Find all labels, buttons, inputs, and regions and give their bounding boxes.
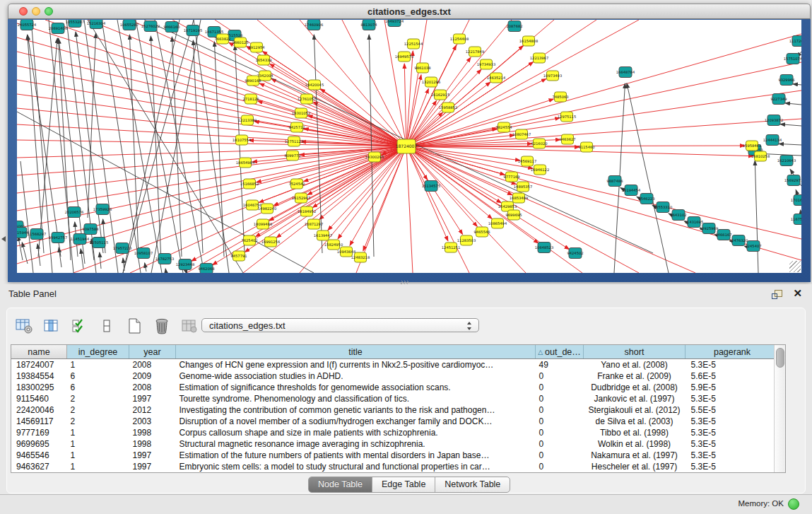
table-cell[interactable]: 5.6E-5 <box>686 370 779 382</box>
table-cell[interactable]: 1 <box>67 450 129 461</box>
table-cell[interactable]: Embryonic stem cells: a model to study s… <box>176 461 536 472</box>
table-cell[interactable]: Nakamura et al. (1997) <box>584 450 686 461</box>
graph-node[interactable]: 2087682 <box>506 21 522 32</box>
graph-node[interactable]: 10655287 <box>120 20 139 30</box>
tab-network-table[interactable]: Network Table <box>435 477 510 492</box>
graph-node[interactable]: 15166852 <box>240 179 259 189</box>
window-titlebar[interactable]: citations_edges.txt <box>8 4 811 19</box>
table-cell[interactable]: 1997 <box>129 461 176 472</box>
graph-node[interactable]: 1654339 <box>255 55 271 65</box>
graph-node[interactable]: 9457791 <box>230 251 247 261</box>
graph-node[interactable]: 17460906 <box>305 20 323 30</box>
table-cell[interactable]: 1998 <box>129 438 176 450</box>
table-cell[interactable]: Wolkin et al. (1998) <box>584 438 686 450</box>
table-cell[interactable]: 0 <box>536 427 584 438</box>
graph-node[interactable]: 16949570 <box>395 52 413 62</box>
graph-node[interactable]: 14895357 <box>514 182 532 192</box>
graph-node[interactable]: 14569117 <box>518 156 536 166</box>
table-cell[interactable]: Structural magnetic resonance image aver… <box>176 438 536 450</box>
graph-node[interactable]: 7663822 <box>214 34 230 44</box>
table-cell[interactable]: 5.3E-5 <box>686 438 779 450</box>
table-cell[interactable]: 2 <box>67 416 129 427</box>
table-row[interactable]: 2242004622012Investigating the contribut… <box>11 404 779 416</box>
graph-node[interactable]: 12251544 <box>404 39 423 49</box>
table-row[interactable]: 1938455462009Genome-wide association stu… <box>11 370 779 382</box>
graph-node[interactable]: 15751074 <box>784 54 801 64</box>
graph-node[interactable]: 9424502 <box>567 248 583 259</box>
table-row[interactable]: 1456911722003Disruption of a novel membe… <box>11 416 779 427</box>
table-options-icon[interactable] <box>14 317 34 335</box>
graph-node[interactable]: 3824554 <box>495 122 512 132</box>
graph-node[interactable]: 2718126 <box>242 94 259 104</box>
table-cell[interactable]: Franke et al. (2009) <box>584 370 686 382</box>
table-cell[interactable]: 0 <box>536 404 584 416</box>
scrollbar-thumb[interactable] <box>776 348 784 368</box>
tab-node-table[interactable]: Node Table <box>309 477 372 492</box>
table-cell[interactable]: 49 <box>536 359 584 371</box>
graph-node[interactable]: 18184952 <box>298 206 316 216</box>
graph-node[interactable]: 20206576 <box>65 207 83 218</box>
graph-node[interactable]: 10553310 <box>654 202 672 213</box>
graph-node[interactable]: 15276022 <box>141 21 160 32</box>
graph-node[interactable]: 6216020 <box>531 139 547 148</box>
graph-node[interactable]: 15134575 <box>422 181 440 192</box>
table-cell[interactable]: 5.3E-5 <box>686 416 779 427</box>
table-cell[interactable]: 6 <box>67 370 129 382</box>
graph-node[interactable]: 8099771 <box>284 151 300 160</box>
memory-status-indicator[interactable] <box>788 498 799 510</box>
table-cell[interactable]: 19384554 <box>11 370 67 382</box>
graph-node[interactable]: 16154808 <box>519 36 538 46</box>
table-cell[interactable]: 9699695 <box>11 438 67 450</box>
graph-node[interactable]: 9861038 <box>414 63 430 73</box>
graph-node[interactable]: 16946122 <box>531 165 549 175</box>
graph-node[interactable]: 19734933 <box>477 59 495 69</box>
select-rows-icon[interactable] <box>69 317 89 335</box>
graph-node[interactable]: 9887486 <box>606 176 623 187</box>
graph-node[interactable]: 5912954 <box>248 42 265 52</box>
table-cell[interactable]: 2003 <box>129 416 176 427</box>
graph-node[interactable]: 17957223 <box>113 243 131 254</box>
graph-node[interactable]: 7485063 <box>552 92 568 102</box>
table-vertical-scrollbar[interactable] <box>774 345 785 472</box>
graph-node[interactable]: 16782753 <box>155 254 174 264</box>
graph-node[interactable]: 10958107 <box>134 248 153 259</box>
graph-node[interactable]: 9463627 <box>559 134 575 144</box>
table-selector-dropdown[interactable]: citations_edges.txt <box>201 318 479 332</box>
graph-node[interactable]: 7625402 <box>241 235 257 245</box>
table-cell[interactable]: 2008 <box>129 359 176 371</box>
graph-node[interactable]: 18724007 <box>396 139 418 153</box>
graph-node[interactable]: 10553287 <box>66 20 84 28</box>
table-cell[interactable]: 18300295 <box>11 382 67 393</box>
graph-node[interactable]: 17016504 <box>791 195 801 206</box>
graph-node[interactable]: 9425712 <box>288 122 305 132</box>
node-table[interactable]: namein_degreeyeartitle△out_de…shortpager… <box>11 344 786 473</box>
graph-node[interactable]: 9245407 <box>745 241 761 252</box>
table-cell[interactable]: Stergiakouli et al. (2012) <box>584 404 686 416</box>
table-cell[interactable]: 5.9E-5 <box>686 382 779 393</box>
show-hide-columns-icon[interactable] <box>42 317 61 335</box>
graph-node[interactable]: 8813074 <box>360 20 377 30</box>
table-cell[interactable]: 0 <box>536 450 584 461</box>
citation-network-graph[interactable]: 2405572420691406105532871521630410655287… <box>17 20 801 273</box>
graph-node[interactable]: 12505115 <box>90 238 108 248</box>
table-cell[interactable]: Dudbridge et al. (2008) <box>584 382 686 393</box>
table-cell[interactable]: 14569117 <box>11 416 67 427</box>
graph-node[interactable]: 12483218 <box>351 252 370 262</box>
cells-icon[interactable] <box>97 317 117 335</box>
graph-node[interactable]: 9660125 <box>232 37 248 47</box>
graph-node[interactable]: 16991256 <box>261 237 280 247</box>
table-cell[interactable]: 5.3E-5 <box>686 393 779 404</box>
graph-node[interactable]: 10194454 <box>622 185 641 196</box>
graph-node[interactable]: 12213967 <box>530 53 548 63</box>
table-cell[interactable]: 0 <box>536 370 584 382</box>
table-cell[interactable]: Tibbo et al. (1998) <box>584 427 686 438</box>
graph-node[interactable]: 9329966 <box>778 75 794 86</box>
table-cell[interactable]: 9463627 <box>11 461 67 472</box>
table-cell[interactable]: 5.3E-5 <box>686 461 779 472</box>
graph-node[interactable]: 9227349 <box>770 94 787 105</box>
column-header-short[interactable]: short <box>584 345 686 359</box>
graph-node[interactable]: 10871297 <box>305 219 323 229</box>
table-cell[interactable]: 5.3E-5 <box>686 359 779 371</box>
column-header-year[interactable]: year <box>129 345 176 359</box>
table-cell[interactable]: Hescheler et al. (1997) <box>584 461 686 472</box>
